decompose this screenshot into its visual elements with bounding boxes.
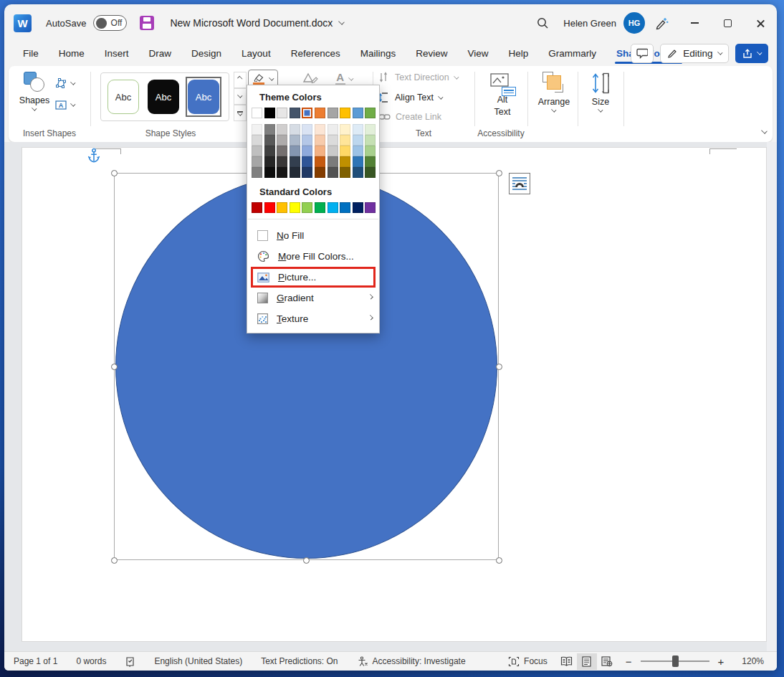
tab-grammarly[interactable]: Grammarly xyxy=(538,44,606,65)
color-swatch[interactable] xyxy=(328,135,338,146)
edit-shape-button[interactable] xyxy=(54,75,75,92)
tab-design[interactable]: Design xyxy=(181,44,231,65)
document-canvas[interactable] xyxy=(4,142,777,651)
editing-mode-button[interactable]: Editing xyxy=(660,44,729,63)
color-swatch[interactable] xyxy=(328,202,338,213)
color-swatch[interactable] xyxy=(277,124,287,135)
color-swatch[interactable] xyxy=(315,156,325,167)
color-swatch[interactable] xyxy=(252,202,262,213)
color-swatch[interactable] xyxy=(290,135,300,146)
close-button[interactable] xyxy=(744,4,777,42)
color-swatch[interactable] xyxy=(264,167,275,178)
color-swatch[interactable] xyxy=(290,124,300,135)
maximize-button[interactable] xyxy=(711,4,744,42)
tab-insert[interactable]: Insert xyxy=(95,44,139,65)
color-swatch[interactable] xyxy=(264,146,275,156)
color-swatch[interactable] xyxy=(365,108,376,118)
gallery-scroll-down-button[interactable] xyxy=(234,88,247,105)
color-swatch[interactable] xyxy=(277,202,287,213)
read-mode-button[interactable] xyxy=(557,653,577,670)
color-swatch[interactable] xyxy=(328,167,338,178)
size-button[interactable]: Size xyxy=(580,72,621,112)
color-swatch[interactable] xyxy=(302,202,312,213)
color-swatch[interactable] xyxy=(315,146,325,156)
focus-button[interactable]: Focus xyxy=(499,656,557,667)
style-preview-2[interactable]: Abc xyxy=(145,77,181,117)
copilot-pen-button[interactable] xyxy=(645,4,678,42)
shapes-button[interactable]: Shapes xyxy=(17,72,52,110)
autosave-toggle[interactable]: Off xyxy=(93,15,127,31)
handle-middle-right[interactable] xyxy=(496,364,502,370)
color-swatch[interactable] xyxy=(277,156,287,167)
user-name[interactable]: Helen Green xyxy=(563,18,616,29)
search-button[interactable] xyxy=(526,4,559,42)
color-swatch[interactable] xyxy=(264,124,275,135)
color-swatch[interactable] xyxy=(340,167,350,178)
color-swatch[interactable] xyxy=(315,135,325,146)
style-preview-1[interactable]: Abc xyxy=(105,77,141,117)
color-swatch[interactable] xyxy=(302,167,312,178)
align-text-button[interactable]: Align Text xyxy=(378,92,442,103)
color-swatch[interactable] xyxy=(277,108,287,118)
color-swatch[interactable] xyxy=(290,156,300,167)
color-swatch[interactable] xyxy=(302,124,312,135)
share-button[interactable] xyxy=(735,44,768,63)
text-predictions[interactable]: Text Predictions: On xyxy=(252,656,347,666)
tab-mailings[interactable]: Mailings xyxy=(350,44,406,65)
color-swatch[interactable] xyxy=(264,156,275,167)
color-swatch[interactable] xyxy=(252,156,262,167)
tab-help[interactable]: Help xyxy=(499,44,539,65)
page-indicator[interactable]: Page 1 of 1 xyxy=(4,656,67,666)
color-swatch[interactable] xyxy=(290,146,300,156)
word-count[interactable]: 0 words xyxy=(67,656,115,666)
color-swatch[interactable] xyxy=(365,156,376,167)
color-swatch[interactable] xyxy=(353,124,363,135)
layout-options-button[interactable] xyxy=(509,173,530,194)
color-swatch[interactable] xyxy=(328,108,338,118)
color-swatch[interactable] xyxy=(353,146,363,156)
collapse-ribbon-button[interactable] xyxy=(755,126,773,138)
color-swatch[interactable] xyxy=(277,146,287,156)
gallery-more-button[interactable] xyxy=(234,105,247,121)
color-swatch[interactable] xyxy=(365,124,376,135)
zoom-in-button[interactable]: + xyxy=(715,655,727,668)
accessibility-status[interactable]: Accessibility: Investigate xyxy=(348,656,475,667)
color-swatch[interactable] xyxy=(277,135,287,146)
color-swatch[interactable] xyxy=(365,167,376,178)
color-swatch[interactable] xyxy=(252,146,262,156)
comments-button[interactable] xyxy=(631,44,654,63)
title-chevron-down-icon[interactable] xyxy=(338,19,345,25)
color-swatch[interactable] xyxy=(353,167,363,178)
handle-top-left[interactable] xyxy=(111,170,118,176)
avatar[interactable]: HG xyxy=(623,12,645,34)
proofing-button[interactable] xyxy=(115,656,145,667)
arrange-button[interactable]: Arrange xyxy=(532,72,576,112)
color-swatch[interactable] xyxy=(340,135,350,146)
color-swatch[interactable] xyxy=(353,135,363,146)
tab-references[interactable]: References xyxy=(281,44,350,65)
text-box-button[interactable]: A xyxy=(54,96,75,113)
zoom-thumb[interactable] xyxy=(672,655,679,667)
alt-text-button[interactable]: Alt Text xyxy=(479,73,526,118)
color-swatch[interactable] xyxy=(365,146,376,156)
color-swatch[interactable] xyxy=(252,135,262,146)
color-swatch[interactable] xyxy=(302,156,312,167)
tab-review[interactable]: Review xyxy=(406,44,457,65)
color-swatch[interactable] xyxy=(290,108,300,118)
color-swatch[interactable] xyxy=(365,202,376,213)
zoom-track[interactable] xyxy=(641,661,709,662)
color-swatch[interactable] xyxy=(340,124,350,135)
color-swatch[interactable] xyxy=(252,108,262,118)
color-swatch[interactable] xyxy=(315,202,325,213)
color-swatch[interactable] xyxy=(252,124,262,135)
handle-bottom-right[interactable] xyxy=(496,557,502,564)
handle-bottom-left[interactable] xyxy=(111,557,118,564)
vertical-scrollbar[interactable] xyxy=(767,142,777,651)
menu-item-picture[interactable]: Picture... xyxy=(247,267,379,288)
color-swatch[interactable] xyxy=(264,135,275,146)
handle-bottom-middle[interactable] xyxy=(303,557,310,564)
color-swatch[interactable] xyxy=(340,146,350,156)
minimize-button[interactable] xyxy=(678,4,711,42)
color-swatch[interactable] xyxy=(328,156,338,167)
menu-item-gradient[interactable]: Gradient xyxy=(247,288,379,308)
